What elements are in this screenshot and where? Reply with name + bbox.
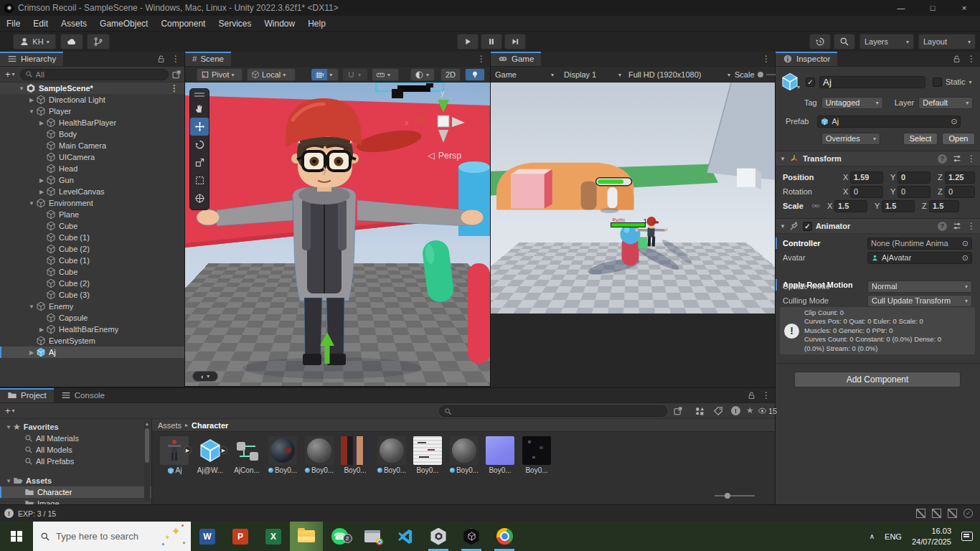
resolution-dropdown[interactable]: Full HD (1920x1080)▾ (628, 67, 730, 83)
status-ok-icon[interactable]: ✓ (963, 509, 973, 518)
taskbar-chrome-icon[interactable] (488, 522, 521, 551)
hierarchy-item[interactable]: Cube (2) (0, 243, 184, 255)
expand-arrow-icon[interactable]: ▶ (184, 446, 192, 454)
foldout-collapsed-icon[interactable]: ▶ (37, 326, 46, 333)
copilot-sparkle-icon[interactable]: ✦✦ (171, 526, 181, 537)
foldout-expanded-icon[interactable]: ▼ (17, 85, 26, 92)
asset-item[interactable]: Boy0... (520, 436, 553, 474)
favorites-filter-icon[interactable]: ★ (746, 405, 754, 415)
culling-mode-dropdown[interactable]: Cull Update Transform▾ (867, 295, 972, 307)
overrides-dropdown[interactable]: Overrides▾ (821, 133, 880, 145)
tree-scrollbar[interactable]: ▲ (144, 421, 150, 501)
hierarchy-item[interactable]: Cube (0, 220, 184, 232)
hierarchy-item[interactable]: ▼Environment (0, 197, 184, 209)
hierarchy-item[interactable]: ▶Gun (0, 174, 184, 186)
scene-viewport[interactable]: x y ◁Persp ◐▾ (185, 83, 490, 386)
asset-item[interactable]: Boy0... (375, 436, 408, 474)
avatar-object-field[interactable]: AjAvatar⊙ (867, 252, 972, 264)
create-asset-button[interactable]: +▾ (3, 405, 17, 416)
lock-icon[interactable] (952, 55, 961, 64)
foldout-collapsed-icon[interactable]: ▶ (37, 177, 46, 184)
undo-history-button[interactable] (809, 34, 831, 50)
menu-help[interactable]: Help (301, 16, 332, 31)
asset-item[interactable]: ▶ Aj@W... (194, 436, 227, 474)
menu-window[interactable]: Window (258, 16, 301, 31)
start-button[interactable] (0, 522, 33, 551)
help-icon[interactable]: ? (938, 222, 947, 231)
hierarchy-search-input[interactable] (36, 70, 164, 79)
scale-tool[interactable] (190, 154, 209, 171)
foldout-collapsed-icon[interactable]: ▶ (37, 189, 46, 195)
taskbar-vscode-icon[interactable] (389, 522, 422, 551)
tree-all-materials[interactable]: All Materials (0, 433, 151, 444)
hierarchy-item[interactable]: Capsule (0, 312, 184, 324)
panel-menu-icon[interactable]: ⋮ (967, 54, 976, 64)
foldout-expanded-icon[interactable]: ▼ (4, 478, 13, 484)
asset-item[interactable]: Boy0... (339, 436, 372, 474)
visibility-count[interactable]: 15 (758, 406, 777, 415)
hierarchy-item[interactable]: Cube (3) (0, 289, 184, 301)
cloud-button[interactable] (60, 34, 83, 50)
prefab-object-field[interactable]: Aj⊙ (817, 116, 961, 128)
position-z-field[interactable]: 1.25 (945, 171, 975, 184)
gameobject-name-field[interactable] (819, 76, 925, 88)
update-mode-dropdown[interactable]: Normal▾ (867, 281, 972, 293)
presets-icon[interactable] (952, 221, 962, 231)
object-picker-icon[interactable]: ⊙ (962, 253, 969, 263)
animator-enabled-checkbox[interactable]: ✓ (803, 222, 812, 231)
transform-tool[interactable] (190, 189, 209, 207)
component-menu-icon[interactable]: ⋮ (967, 154, 976, 164)
scale-z-field[interactable]: 1.5 (929, 200, 959, 212)
hierarchy-item[interactable]: Head (0, 163, 184, 174)
taskbar-unity-icon[interactable] (455, 522, 488, 551)
palette-drag-handle[interactable] (194, 93, 204, 97)
menu-file[interactable]: File (0, 16, 27, 31)
tree-favorites[interactable]: ▼★Favorites (0, 421, 151, 433)
thumbnail-size-slider[interactable] (715, 493, 755, 499)
hierarchy-item[interactable]: ▶Directional Light (0, 94, 184, 105)
step-button[interactable] (504, 34, 526, 50)
panel-menu-icon[interactable]: ⋮ (762, 54, 771, 64)
panel-menu-icon[interactable]: ⋮ (762, 390, 771, 400)
tree-character-selected[interactable]: Character (0, 486, 151, 498)
play-button[interactable] (457, 34, 479, 50)
tab-scene[interactable]: #Scene (185, 52, 231, 66)
measure-tool-button[interactable]: ▾ (372, 68, 399, 81)
layer-dropdown[interactable]: Default▾ (918, 97, 973, 109)
layout-dropdown[interactable]: Layout▾ (918, 34, 976, 50)
foldout-collapsed-icon[interactable]: ▶ (37, 120, 46, 126)
hierarchy-item[interactable]: Body (0, 128, 184, 140)
help-icon[interactable]: ? (938, 154, 947, 164)
label-filter-icon[interactable] (713, 406, 723, 416)
hierarchy-search[interactable] (20, 69, 169, 80)
open-new-window-icon[interactable] (171, 70, 182, 80)
asset-item[interactable]: Boy0... (484, 436, 517, 474)
select-button[interactable]: Select (903, 133, 938, 145)
lighting-toggle-button[interactable] (465, 68, 485, 81)
tray-chevron-icon[interactable]: ∧ (870, 532, 875, 540)
tree-all-models[interactable]: All Models (0, 444, 151, 456)
move-tool[interactable] (190, 118, 209, 136)
asset-item[interactable]: ▶ Aj (158, 436, 191, 474)
layers-dropdown[interactable]: Layers▾ (859, 34, 914, 50)
taskbar-screenshot-app-icon[interactable] (356, 522, 389, 551)
tree-assets[interactable]: ▼Assets (0, 475, 151, 486)
rotate-tool[interactable] (190, 136, 209, 154)
language-indicator[interactable]: ENG (885, 532, 902, 541)
asset-item[interactable]: Boy0... (303, 436, 336, 474)
hierarchy-item[interactable]: Cube (1) (0, 255, 184, 266)
position-y-field[interactable]: 0 (897, 171, 930, 184)
taskbar-powerpoint-icon[interactable]: P (224, 522, 257, 551)
taskbar-excel-icon[interactable]: X (257, 522, 290, 551)
object-picker-icon[interactable]: ⊙ (962, 239, 969, 248)
action-center-icon[interactable] (961, 532, 973, 541)
hierarchy-item-selected[interactable]: ▶Aj (0, 347, 184, 358)
hierarchy-item[interactable]: Plane (0, 209, 184, 220)
scene-orientation-label[interactable]: ◁Persp (428, 150, 461, 161)
breadcrumb-root[interactable]: Assets (158, 421, 182, 430)
static-caret[interactable]: ▾ (969, 79, 972, 85)
tree-image[interactable]: Image (0, 498, 151, 504)
add-component-button[interactable]: Add Component (794, 372, 961, 387)
taskbar-word-icon[interactable]: W (191, 522, 224, 551)
object-picker-icon[interactable]: ⊙ (951, 117, 957, 126)
